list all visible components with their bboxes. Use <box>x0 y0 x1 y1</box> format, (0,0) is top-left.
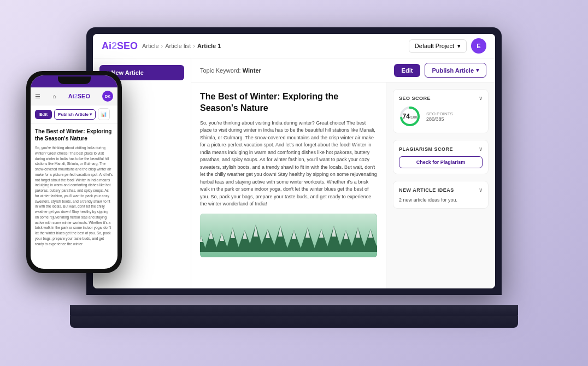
phone-screen: ☰ ⌂ Ai2SEO DK Edit Publish Article ▾ 📊 <box>31 75 117 269</box>
seo-score-value: 74/100 <box>403 113 418 120</box>
topic-keyword: Topic Keyword: Winter <box>200 67 261 74</box>
seo-points-label: SEO Points <box>426 111 453 116</box>
phone-body: ☰ ⌂ Ai2SEO DK Edit Publish Article ▾ 📊 <box>26 71 122 273</box>
phone-nav-bar: ☰ ⌂ Ai2SEO DK <box>31 87 117 105</box>
article-body: The Best of Winter: Exploring the Season… <box>191 82 495 288</box>
avatar[interactable]: E <box>471 38 486 54</box>
new-article-ideas-description: 2 new article ideas for you. <box>399 197 483 203</box>
article-title: The Best of Winter: Exploring the Season… <box>200 91 377 114</box>
phone-article-title: The Best of Winter: Exploring the Season… <box>35 128 113 142</box>
seo-score-title: SEO SCORE <box>399 96 431 101</box>
top-nav: Ai2SEO Article › Article list › Article … <box>93 34 495 58</box>
seo-points-container: SEO Points 280/385 <box>426 111 453 122</box>
logo-text: Ai2SEO <box>102 40 138 51</box>
laptop-base <box>70 305 518 317</box>
publish-button[interactable]: Publish Article ▾ <box>425 63 486 78</box>
content-toolbar: Topic Keyword: Winter Edit Publish Artic… <box>191 58 495 82</box>
seo-score-container: 74/100 SEO Points 280/385 <box>399 105 483 127</box>
article-paragraph: So, you're thinking about visiting India… <box>200 120 377 208</box>
phone-article-paragraph: So, you're thinking about visiting India… <box>35 145 113 246</box>
score-circle: 74/100 <box>399 105 421 127</box>
laptop-bottom <box>70 316 518 328</box>
breadcrumb-sep1: › <box>161 43 163 49</box>
seo-points-value: 280/385 <box>426 116 453 122</box>
chevron-down-icon: ▾ <box>476 67 479 74</box>
breadcrumb: Article › Article list › Article 1 <box>142 43 404 49</box>
edit-button[interactable]: Edit <box>394 64 421 77</box>
article-text-area: The Best of Winter: Exploring the Season… <box>191 82 386 288</box>
side-panel: SEO SCORE ∨ <box>386 82 495 288</box>
plagiarism-header: PLAGIARISM SCORE ∨ <box>399 146 483 152</box>
phone-avatar[interactable]: DK <box>102 91 113 102</box>
breadcrumb-current: Article 1 <box>197 43 221 49</box>
new-article-ideas-title: NEW ARTICLE IDEAS <box>399 187 454 193</box>
home-icon[interactable]: ⌂ <box>52 93 56 99</box>
seo-score-header: SEO SCORE ∨ <box>399 95 483 101</box>
new-article-ideas-section: NEW ARTICLE IDEAS ∨ 2 new article ideas … <box>393 181 489 209</box>
hamburger-icon[interactable]: ☰ <box>35 93 40 100</box>
plagiarism-title: PLAGIARISM SCORE <box>399 146 453 152</box>
phone-publish-button[interactable]: Publish Article ▾ <box>54 109 96 120</box>
phone-container: ☰ ⌂ Ai2SEO DK Edit Publish Article ▾ 📊 <box>26 71 122 273</box>
logo: Ai2SEO <box>102 40 138 52</box>
check-plagiarism-button[interactable]: Check for Plagiarism <box>399 156 483 168</box>
phone-edit-button[interactable]: Edit <box>35 110 52 119</box>
chevron-down-icon[interactable]: ∨ <box>479 95 483 101</box>
phone-logo: Ai2SEO <box>68 93 90 99</box>
phone-notch <box>58 76 91 84</box>
breadcrumb-sep2: › <box>193 43 195 49</box>
breadcrumb-item1: Article <box>142 43 159 49</box>
chevron-down-icon[interactable]: ∨ <box>479 187 483 193</box>
chevron-down-icon: ▾ <box>90 112 92 117</box>
chevron-down-icon: ▾ <box>457 43 461 50</box>
new-article-ideas-header: NEW ARTICLE IDEAS ∨ <box>399 187 483 193</box>
project-label: Default Project <box>415 43 454 49</box>
breadcrumb-item2: Article list <box>165 43 191 49</box>
article-image <box>200 214 377 257</box>
phone-toolbar: Edit Publish Article ▾ 📊 <box>31 105 117 123</box>
phone-content: The Best of Winter: Exploring the Season… <box>31 123 117 269</box>
chart-icon[interactable]: 📊 <box>98 108 110 120</box>
content-area: Topic Keyword: Winter Edit Publish Artic… <box>191 58 495 288</box>
seo-score-section: SEO SCORE ∨ <box>393 89 489 133</box>
chevron-down-icon[interactable]: ∨ <box>479 146 483 152</box>
plagiarism-section: PLAGIARISM SCORE ∨ Check for Plagiarism <box>393 140 489 174</box>
project-dropdown[interactable]: Default Project ▾ <box>409 39 467 53</box>
